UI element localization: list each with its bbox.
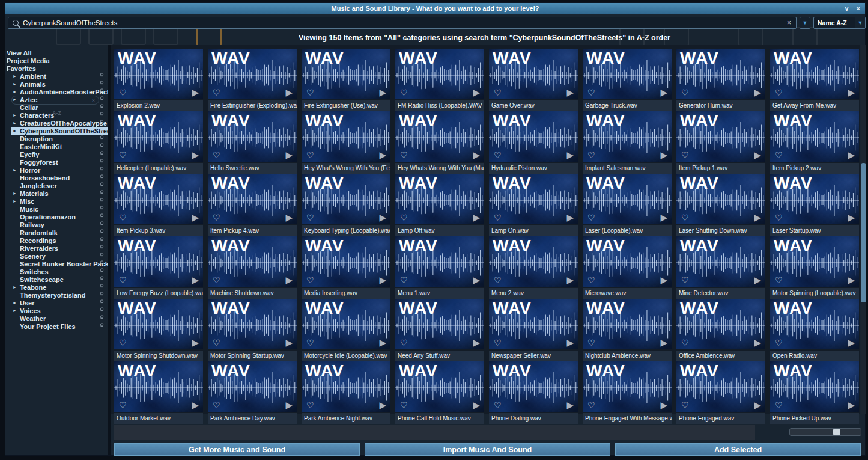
play-preview-icon[interactable]: ▶ [192,212,199,223]
sound-tile[interactable]: WAV♡▶Phone Engaged With Message.wav [583,361,672,424]
play-preview-icon[interactable]: ▶ [379,212,386,223]
sidebar-item-railway[interactable]: Railway [5,221,108,228]
favorite-heart-icon[interactable]: ♡ [213,150,220,160]
sidebar-item-materials[interactable]: ►Materials [5,189,108,197]
favorite-heart-icon[interactable]: ♡ [587,400,595,410]
dialog-titlebar[interactable]: Music and Sound Library - What do you wa… [5,3,865,14]
favorite-heart-icon[interactable]: ♡ [775,150,783,160]
close-icon[interactable]: × [857,5,860,12]
play-preview-icon[interactable]: ▶ [285,337,293,348]
sidebar-item-your-project-files[interactable]: Your Project Files [5,322,108,330]
favorite-heart-icon[interactable]: ♡ [400,88,408,97]
favorite-heart-icon[interactable]: ♡ [213,275,220,285]
play-preview-icon[interactable]: ▶ [566,337,574,348]
expand-arrow-icon[interactable]: ► [13,168,20,172]
play-preview-icon[interactable]: ▶ [379,400,386,411]
favorite-heart-icon[interactable]: ♡ [681,150,689,160]
play-preview-icon[interactable]: ▶ [192,337,199,348]
sound-tile[interactable]: WAV♡▶Get Away From Me.wav [770,49,859,111]
sound-tile[interactable]: WAV♡▶Fire Extinguisher (Use).wav [302,49,390,111]
sound-tile[interactable]: WAV♡▶Media Inserting.wav [302,236,390,299]
expand-arrow-icon[interactable]: ► [13,191,20,195]
favorite-heart-icon[interactable]: ♡ [775,338,783,348]
play-preview-icon[interactable]: ▶ [848,87,855,98]
play-preview-icon[interactable]: ▶ [566,212,574,223]
favorite-heart-icon[interactable]: ♡ [775,400,783,410]
sidebar-item-horror[interactable]: ►Horror [5,166,108,174]
sound-tile[interactable]: WAV♡▶Generator Hum.wav [676,49,765,111]
sound-tile[interactable]: WAV♡▶Phone Engaged.wav [676,361,765,424]
import-music-button[interactable]: Import Music And Sound [365,443,610,456]
horizontal-scrollbar-track[interactable] [114,425,755,440]
play-preview-icon[interactable]: ▶ [566,150,574,161]
sidebar-item-switches[interactable]: Switches [5,268,108,275]
sidebar-item-switchescape[interactable]: Switchescape [5,275,108,283]
favorite-heart-icon[interactable]: ♡ [119,275,127,285]
play-preview-icon[interactable]: ▶ [285,275,293,286]
sidebar-item-themysteryofzisland[interactable]: Themysteryofzisland [5,291,108,299]
favorite-heart-icon[interactable]: ♡ [494,150,502,160]
favorite-heart-icon[interactable]: ♡ [681,213,689,222]
sound-tile[interactable]: WAV♡▶Open Radio.wav [770,299,859,361]
play-preview-icon[interactable]: ▶ [473,275,480,286]
expand-arrow-icon[interactable]: ► [13,113,20,117]
sidebar-item-audioambienceboosterpack[interactable]: ►AudioAmbienceBoosterPack [5,88,108,96]
play-preview-icon[interactable]: ▶ [566,275,574,286]
favorite-heart-icon[interactable]: ♡ [494,88,502,97]
expand-arrow-icon[interactable]: ► [13,121,20,125]
sound-tile[interactable]: WAV♡▶Hey What's Wrong With You (Female).… [302,111,390,174]
sound-tile[interactable]: WAV♡▶Helicopter (Loopable).wav [114,111,203,174]
play-preview-icon[interactable]: ▶ [473,337,480,348]
sidebar-item-user[interactable]: ►User [5,299,108,307]
sidebar-item-cyberpunksoundofthestreets[interactable]: ►CyberpunkSoundOfTheStreets [5,127,108,135]
sidebar-item-weather[interactable]: Weather [5,314,108,322]
sound-tile[interactable]: WAV♡▶Park Ambience Day.wav [208,361,297,424]
favorite-heart-icon[interactable]: ♡ [587,150,595,160]
sound-tile[interactable]: WAV♡▶Motor Spinning (Loopable).wav [770,236,859,299]
favorite-heart-icon[interactable]: ♡ [400,275,408,285]
sound-tile[interactable]: WAV♡▶Hello Sweetie.wav [208,111,297,174]
favorite-heart-icon[interactable]: ♡ [119,150,127,160]
favorite-heart-icon[interactable]: ♡ [775,275,783,285]
sound-tile[interactable]: WAV♡▶Item Pickup 1.wav [676,111,765,174]
expand-arrow-icon[interactable]: ► [13,90,20,94]
sidebar-item-project-media[interactable]: Project Media [5,57,108,64]
sound-tile[interactable]: WAV♡▶Nightclub Ambience.wav [583,299,672,361]
sound-tile[interactable]: WAV♡▶Phone Picked Up.wav [770,361,859,424]
favorite-heart-icon[interactable]: ♡ [306,150,314,160]
favorite-heart-icon[interactable]: ♡ [119,88,127,97]
expand-arrow-icon[interactable]: ► [13,129,20,133]
play-preview-icon[interactable]: ▶ [660,337,667,348]
favorite-heart-icon[interactable]: ♡ [587,338,595,348]
favorite-heart-icon[interactable]: ♡ [306,338,314,348]
play-preview-icon[interactable]: ▶ [192,87,199,98]
sidebar-item-ambient[interactable]: ►Ambient [5,72,108,80]
play-preview-icon[interactable]: ▶ [379,150,386,161]
add-selected-button[interactable]: Add Selected [615,443,861,456]
sidebar-item-recordings[interactable]: Recordings [5,236,108,244]
favorite-heart-icon[interactable]: ♡ [681,400,689,410]
sidebar-item-misc[interactable]: ►Misc [5,197,108,205]
favorite-heart-icon[interactable]: ♡ [400,150,408,160]
play-preview-icon[interactable]: ▶ [660,275,667,286]
sound-tile[interactable]: WAV♡▶Implant Salesman.wav [583,111,672,174]
favorite-heart-icon[interactable]: ♡ [306,400,314,410]
sound-tile[interactable]: WAV♡▶Item Pickup 4.wav [208,174,297,236]
favorite-heart-icon[interactable]: ♡ [119,213,127,222]
play-preview-icon[interactable]: ▶ [379,337,386,348]
play-preview-icon[interactable]: ▶ [754,87,761,98]
play-preview-icon[interactable]: ▶ [848,150,855,161]
favorite-heart-icon[interactable]: ♡ [306,275,314,285]
play-preview-icon[interactable]: ▶ [660,87,667,98]
sound-tile[interactable]: WAV♡▶Menu 2.wav [489,236,578,299]
favorite-heart-icon[interactable]: ♡ [681,275,689,285]
sound-tile[interactable]: WAV♡▶Keyboard Typing (Loopable).wav [302,174,390,236]
favorite-heart-icon[interactable]: ♡ [119,338,127,348]
sidebar-item-secret-bunker-booster-pack[interactable]: Secret Bunker Booster Pack [5,260,108,268]
favorite-heart-icon[interactable]: ♡ [494,400,502,410]
sidebar-item-scenery[interactable]: Scenery [5,252,108,260]
play-preview-icon[interactable]: ▶ [379,87,386,98]
favorite-heart-icon[interactable]: ♡ [587,213,595,222]
play-preview-icon[interactable]: ▶ [848,212,855,223]
sidebar-item-randomtalk[interactable]: Randomtalk [5,228,108,236]
